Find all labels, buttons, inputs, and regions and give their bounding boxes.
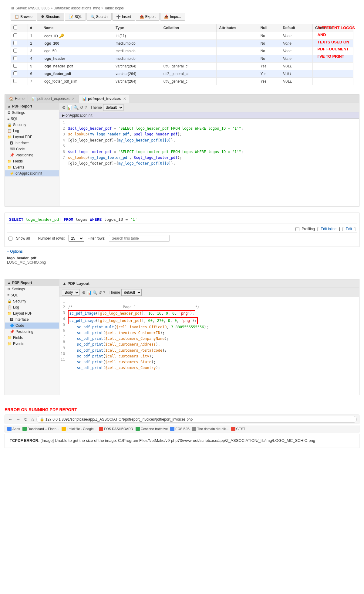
sidebar-item-positioning[interactable]: 📌 Positioning (5, 152, 59, 158)
toolbar-icons: ⚙ 📊 🔍 ↺ ? (82, 290, 105, 295)
tab-bar: 🏠 Home 📊 pdfreport_expenses ✕ 📊 pdfrepor… (5, 95, 359, 103)
sidebar-item-fields[interactable]: 📁 Fields (5, 158, 59, 164)
sidebar-item-on-app-init[interactable]: ⚡ onApplicationInit (5, 170, 59, 176)
lock-icon: 🔒 (7, 299, 12, 303)
sidebar2-item-layout-pdf[interactable]: 📁 Layout PDF (5, 310, 59, 316)
report-icon: 📊 (82, 97, 87, 101)
col-checkbox (11, 24, 28, 32)
log-icon: 📋 (7, 305, 12, 309)
search-table-input[interactable] (109, 235, 170, 242)
theme-select[interactable]: default (103, 104, 123, 111)
export-icon: 📤 (140, 15, 144, 19)
gest-bookmark[interactable]: GEST (231, 427, 245, 431)
edit-link[interactable]: Edit (346, 227, 352, 231)
row-checkbox[interactable] (13, 33, 17, 37)
sql-icon: ≡ (7, 293, 9, 297)
show-all-checkbox[interactable] (8, 237, 12, 241)
row-checkbox[interactable] (13, 64, 17, 68)
domain-bookmark[interactable]: The domain dirt-bik... (192, 427, 228, 431)
pdf-code-content[interactable]: /*--------------------- Page 1 ---------… (68, 299, 358, 394)
table-row: 1 logos_ID 🔑 int(11) No None (11, 32, 353, 40)
sidebar-item-code[interactable]: ⌨ Code (5, 146, 59, 152)
insert-button[interactable]: ➕ Insert (112, 13, 135, 21)
sidebar2-item-code[interactable]: 🔷 Code (5, 323, 59, 329)
pdf-code-editor[interactable]: 1 2 3 4 5 6 7 8 9 10 11 /*--------------… (59, 297, 359, 395)
profiling-label: Profiling (302, 227, 315, 231)
tab-home[interactable]: 🏠 Home (6, 95, 28, 103)
export-button[interactable]: 📤 Export (136, 13, 160, 21)
eos-dashboard-bookmark[interactable]: EOS DASHBOARD (99, 427, 133, 431)
sidebar-item-log[interactable]: 📋 Log (5, 128, 59, 134)
sidebar2-item-settings[interactable]: ⚙ Settings (5, 286, 59, 292)
sql-button[interactable]: 📝 SQL (65, 13, 86, 21)
row-checkbox[interactable] (13, 49, 17, 53)
sidebar-item-sql[interactable]: ≡ SQL (5, 116, 59, 122)
row-checkbox[interactable] (13, 56, 17, 60)
forward-button[interactable]: → (15, 417, 21, 422)
url-bar[interactable]: 🔒 127.0.0.1:8091/scriptcase/app/Z_ASSOCI… (36, 416, 357, 423)
back-button[interactable]: ← (7, 417, 13, 422)
tab-close-icon[interactable]: ✕ (123, 97, 126, 101)
report-icon: 📊 (32, 97, 36, 101)
home-button[interactable]: ⌂ (30, 417, 35, 422)
code-editor[interactable]: 1 2 3 4 5 6 7 $sql_logo_header_pdf = "SE… (59, 119, 359, 206)
dashboard-bookmark[interactable]: Dashboard -- Finan... (22, 427, 59, 431)
search-button[interactable]: 🔍 Search (86, 13, 112, 21)
sidebar2-item-security[interactable]: 🔒 Security (5, 298, 59, 304)
home-icon: 🏠 (9, 97, 14, 101)
structure-icon: ⚙ (41, 15, 44, 19)
sidebar2-item-events[interactable]: 📁 Events (5, 341, 59, 347)
result-field-label: logo_header_pdf (7, 256, 36, 260)
fields-icon: 📁 (7, 159, 12, 163)
sidebar2-item-sql[interactable]: ≡ SQL (5, 292, 59, 298)
googledrive-bookmark-icon (62, 427, 66, 431)
event-icon: ⚡ (10, 171, 14, 176)
tab-pdfreport-invoices[interactable]: 📊 pdfreport_invoices ✕ (79, 95, 130, 103)
breadcrumb: 🖥 Server: MySQL:3306 » Database: associa… (11, 6, 353, 10)
code-content[interactable]: $sql_logo_header_pdf = "SELECT logo_head… (68, 120, 358, 205)
toolbar-icons: ⚙ 📊 🔍 ↺ ? (62, 105, 87, 110)
sidebar2-item-interface[interactable]: 🖼 Interface (5, 316, 59, 323)
body-select[interactable]: Body (62, 289, 79, 296)
edit-inline-link[interactable]: Edit inline (321, 227, 336, 231)
row-checkbox[interactable] (13, 79, 17, 83)
collapse-icon: ▲ (7, 281, 11, 285)
profiling-checkbox[interactable] (295, 227, 299, 231)
rows-per-page-select[interactable]: 25 50 100 (69, 235, 84, 242)
side-note: DIFFERENT LOGOS AND TEXTS USED ON PDF FO… (318, 24, 355, 60)
apps-bookmark[interactable]: Apps (7, 427, 20, 431)
options-link[interactable]: + Options (5, 248, 359, 255)
select-all-checkbox[interactable] (13, 26, 17, 29)
sidebar2-item-fields[interactable]: 📁 Fields (5, 335, 59, 341)
eos-dashboard-bookmark-icon (99, 427, 103, 431)
sidebar-item-settings[interactable]: ⚙ Settings (5, 110, 59, 116)
browse-button[interactable]: 📋 Browse (11, 13, 36, 21)
col-num: # (28, 24, 41, 32)
sql-icon: 📝 (69, 15, 73, 19)
sidebar-item-security[interactable]: 🔒 Security (5, 122, 59, 128)
dashboard-bookmark-icon (22, 427, 27, 431)
sidebar-item-interface[interactable]: 🖼 Interface (5, 140, 59, 146)
sql-bottom-controls: Show all | Number of rows: 25 50 100 Fil… (7, 232, 357, 244)
sql-query-display: SELECT logo_header_pdf FROM logos WHERE … (7, 215, 357, 224)
tab-close-icon[interactable]: ✕ (72, 97, 75, 101)
googledrive-bookmark[interactable]: I miei file - Google... (62, 427, 96, 431)
code-icon: ⌨ (10, 147, 15, 151)
ide-sidebar: ▲ PDF Report ⚙ Settings ≡ SQL 🔒 Security… (5, 103, 59, 206)
eos-b2b-bookmark[interactable]: EOS B2B (170, 427, 190, 431)
sql-controls: Profiling [ Edit inline ] [ Edit ] (7, 226, 357, 232)
error-bold-label: TCPDF ERROR: (10, 438, 39, 443)
gestione-bookmark[interactable]: Gestione trattative (136, 427, 168, 431)
sidebar2-item-log[interactable]: 📋 Log (5, 304, 59, 310)
sidebar-item-layout-pdf[interactable]: 📁 Layout PDF (5, 134, 59, 140)
structure-button[interactable]: ⚙ Structure (37, 13, 64, 21)
row-checkbox[interactable] (13, 41, 17, 45)
browse-icon: 📋 (15, 15, 19, 19)
tab-pdfreport-expenses[interactable]: 📊 pdfreport_expenses ✕ (28, 95, 79, 103)
sidebar-item-events[interactable]: 📁 Events (5, 164, 59, 170)
reload-button[interactable]: ↻ (23, 417, 29, 422)
import-button[interactable]: 📥 Impo... (160, 13, 185, 21)
theme-select2[interactable]: default (121, 289, 142, 296)
row-checkbox[interactable] (13, 71, 17, 75)
sidebar2-item-positioning[interactable]: 📌 Positioning (5, 329, 59, 335)
